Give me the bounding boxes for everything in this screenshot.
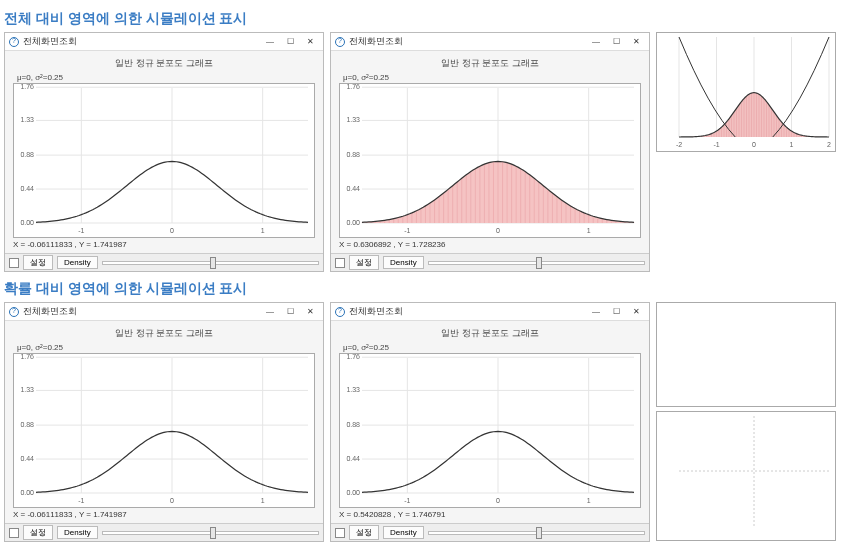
- svg-text:0.44: 0.44: [20, 185, 34, 192]
- svg-text:1.33: 1.33: [20, 116, 34, 123]
- chart-canvas-bottom-right[interactable]: -1010.000.440.881.331.76: [339, 353, 641, 508]
- svg-text:0.44: 0.44: [20, 455, 34, 462]
- minimize-button[interactable]: —: [587, 305, 605, 319]
- thumbnail-top: -2-1012: [656, 32, 836, 152]
- density-tab[interactable]: Density: [383, 256, 424, 269]
- window-title: 전체화면조회: [349, 305, 587, 318]
- svg-text:0: 0: [170, 497, 174, 504]
- maximize-button[interactable]: ☐: [281, 305, 299, 319]
- svg-text:1.76: 1.76: [346, 354, 360, 360]
- slider[interactable]: [428, 261, 645, 265]
- thumb-column-bottom: [656, 302, 836, 542]
- title-bar: 전체화면조회 — ☐ ✕: [331, 303, 649, 321]
- svg-text:1.76: 1.76: [20, 84, 34, 90]
- svg-text:0: 0: [170, 227, 174, 234]
- svg-text:0: 0: [496, 497, 500, 504]
- svg-text:-1: -1: [78, 497, 84, 504]
- svg-text:-2: -2: [676, 141, 682, 148]
- minimize-button[interactable]: —: [261, 35, 279, 49]
- plot-window-top-left: 전체화면조회 — ☐ ✕ 일반 정규 분포도 그래프 μ=0, σ²=0.25 …: [4, 32, 324, 272]
- checkbox[interactable]: [335, 528, 345, 538]
- plot-window-bottom-right: 전체화면조회 — ☐ ✕ 일반 정규 분포도 그래프 μ=0, σ²=0.25 …: [330, 302, 650, 542]
- section-title-top: 전체 대비 영역에 의한 시뮬레이션 표시: [4, 10, 851, 28]
- svg-text:1: 1: [790, 141, 794, 148]
- help-icon: [335, 37, 345, 47]
- settings-tab[interactable]: 설정: [23, 255, 53, 270]
- svg-text:0.44: 0.44: [346, 185, 360, 192]
- section-title-bottom: 확률 대비 영역에 의한 시뮬레이션 표시: [4, 280, 851, 298]
- title-bar: 전체화면조회 — ☐ ✕: [331, 33, 649, 51]
- chart-legend: μ=0, σ²=0.25: [339, 72, 641, 83]
- chart-title: 일반 정규 분포도 그래프: [13, 55, 315, 72]
- svg-text:0.44: 0.44: [346, 455, 360, 462]
- bottom-toolbar: 설정 Density: [331, 523, 649, 541]
- svg-text:0.88: 0.88: [346, 421, 360, 428]
- chart-canvas-top-left[interactable]: -1010.000.440.881.331.76: [13, 83, 315, 238]
- settings-tab[interactable]: 설정: [23, 525, 53, 540]
- settings-tab[interactable]: 설정: [349, 525, 379, 540]
- density-tab[interactable]: Density: [383, 526, 424, 539]
- close-button[interactable]: ✕: [627, 35, 645, 49]
- close-button[interactable]: ✕: [301, 305, 319, 319]
- chart-title: 일반 정규 분포도 그래프: [339, 55, 641, 72]
- coord-readout: X = 0.6306892 , Y = 1.728236: [339, 238, 641, 251]
- thumbnail-mid: [656, 302, 836, 407]
- row-bottom: 전체화면조회 — ☐ ✕ 일반 정규 분포도 그래프 μ=0, σ²=0.25 …: [4, 302, 851, 542]
- checkbox[interactable]: [9, 258, 19, 268]
- svg-text:0.88: 0.88: [346, 151, 360, 158]
- checkbox[interactable]: [9, 528, 19, 538]
- slider[interactable]: [428, 531, 645, 535]
- chart-title: 일반 정규 분포도 그래프: [13, 325, 315, 342]
- checkbox[interactable]: [335, 258, 345, 268]
- svg-text:1.76: 1.76: [20, 354, 34, 360]
- minimize-button[interactable]: —: [587, 35, 605, 49]
- slider-thumb[interactable]: [210, 527, 216, 539]
- coord-readout: X = -0.06111833 , Y = 1.741987: [13, 238, 315, 251]
- plot-window-bottom-left: 전체화면조회 — ☐ ✕ 일반 정규 분포도 그래프 μ=0, σ²=0.25 …: [4, 302, 324, 542]
- maximize-button[interactable]: ☐: [607, 305, 625, 319]
- settings-tab[interactable]: 설정: [349, 255, 379, 270]
- svg-text:1: 1: [587, 227, 591, 234]
- svg-text:0.00: 0.00: [20, 219, 34, 226]
- slider-thumb[interactable]: [536, 527, 542, 539]
- window-title: 전체화면조회: [23, 305, 261, 318]
- window-title: 전체화면조회: [349, 35, 587, 48]
- minimize-button[interactable]: —: [261, 305, 279, 319]
- svg-text:2: 2: [827, 141, 831, 148]
- chart-legend: μ=0, σ²=0.25: [339, 342, 641, 353]
- svg-text:-1: -1: [404, 497, 410, 504]
- svg-text:1.33: 1.33: [346, 386, 360, 393]
- svg-text:0.00: 0.00: [20, 489, 34, 496]
- svg-text:-1: -1: [78, 227, 84, 234]
- svg-text:-1: -1: [404, 227, 410, 234]
- help-icon: [9, 307, 19, 317]
- close-button[interactable]: ✕: [627, 305, 645, 319]
- svg-text:0.88: 0.88: [20, 151, 34, 158]
- slider-thumb[interactable]: [536, 257, 542, 269]
- svg-text:1.33: 1.33: [20, 386, 34, 393]
- density-tab[interactable]: Density: [57, 256, 98, 269]
- svg-text:1: 1: [261, 497, 265, 504]
- bottom-toolbar: 설정 Density: [331, 253, 649, 271]
- thumb-column-top: -2-1012: [656, 32, 836, 272]
- slider[interactable]: [102, 261, 319, 265]
- svg-text:0: 0: [752, 141, 756, 148]
- chart-canvas-top-right[interactable]: -1010.000.440.881.331.76: [339, 83, 641, 238]
- chart-canvas-bottom-left[interactable]: -1010.000.440.881.331.76: [13, 353, 315, 508]
- slider[interactable]: [102, 531, 319, 535]
- row-top: 전체화면조회 — ☐ ✕ 일반 정규 분포도 그래프 μ=0, σ²=0.25 …: [4, 32, 851, 272]
- coord-readout: X = 0.5420828 , Y = 1.746791: [339, 508, 641, 521]
- plot-window-top-right: 전체화면조회 — ☐ ✕ 일반 정규 분포도 그래프 μ=0, σ²=0.25 …: [330, 32, 650, 272]
- svg-text:1.33: 1.33: [346, 116, 360, 123]
- chart-legend: μ=0, σ²=0.25: [13, 72, 315, 83]
- maximize-button[interactable]: ☐: [281, 35, 299, 49]
- coord-readout: X = -0.06111833 , Y = 1.741987: [13, 508, 315, 521]
- title-bar: 전체화면조회 — ☐ ✕: [5, 303, 323, 321]
- maximize-button[interactable]: ☐: [607, 35, 625, 49]
- density-tab[interactable]: Density: [57, 526, 98, 539]
- thumbnail-bottom: [656, 411, 836, 541]
- svg-text:0.88: 0.88: [20, 421, 34, 428]
- title-bar: 전체화면조회 — ☐ ✕: [5, 33, 323, 51]
- close-button[interactable]: ✕: [301, 35, 319, 49]
- slider-thumb[interactable]: [210, 257, 216, 269]
